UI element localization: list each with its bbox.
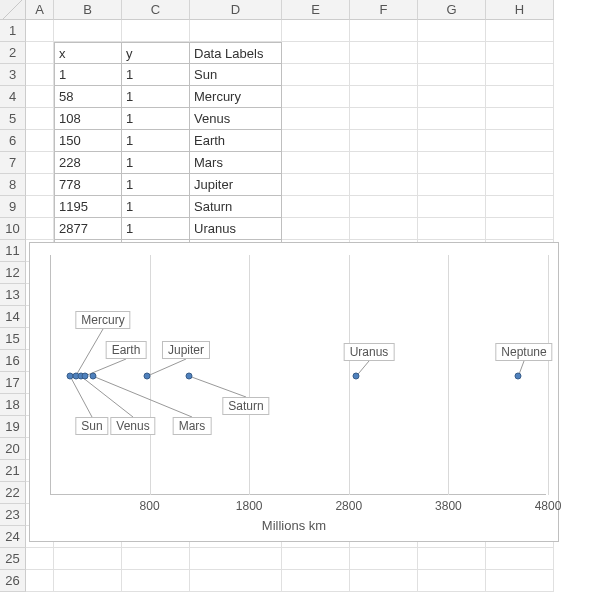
- cell-H5[interactable]: [486, 108, 554, 130]
- row-header-16[interactable]: 16: [0, 350, 26, 372]
- cell-E5[interactable]: [282, 108, 350, 130]
- cell-G4[interactable]: [418, 86, 486, 108]
- row-header-23[interactable]: 23: [0, 504, 26, 526]
- column-header-E[interactable]: E: [282, 0, 350, 20]
- cell-B2[interactable]: x: [54, 42, 122, 64]
- cell-D6[interactable]: Earth: [190, 130, 282, 152]
- column-header-F[interactable]: F: [350, 0, 418, 20]
- cell-F8[interactable]: [350, 174, 418, 196]
- cell-G10[interactable]: [418, 218, 486, 240]
- cell-A9[interactable]: [26, 196, 54, 218]
- cell-D26[interactable]: [190, 570, 282, 592]
- cell-D8[interactable]: Jupiter: [190, 174, 282, 196]
- cell-A8[interactable]: [26, 174, 54, 196]
- column-header-H[interactable]: H: [486, 0, 554, 20]
- cell-F4[interactable]: [350, 86, 418, 108]
- cell-G9[interactable]: [418, 196, 486, 218]
- cell-A6[interactable]: [26, 130, 54, 152]
- cell-C3[interactable]: 1: [122, 64, 190, 86]
- row-header-1[interactable]: 1: [0, 20, 26, 42]
- cell-H10[interactable]: [486, 218, 554, 240]
- cell-D2[interactable]: Data Labels: [190, 42, 282, 64]
- row-header-8[interactable]: 8: [0, 174, 26, 196]
- cell-H4[interactable]: [486, 86, 554, 108]
- cell-E25[interactable]: [282, 548, 350, 570]
- cell-B3[interactable]: 1: [54, 64, 122, 86]
- row-header-12[interactable]: 12: [0, 262, 26, 284]
- data-point[interactable]: [144, 373, 151, 380]
- cell-F1[interactable]: [350, 20, 418, 42]
- row-header-10[interactable]: 10: [0, 218, 26, 240]
- cell-E3[interactable]: [282, 64, 350, 86]
- data-label[interactable]: Mars: [173, 417, 212, 435]
- cell-E6[interactable]: [282, 130, 350, 152]
- cell-H26[interactable]: [486, 570, 554, 592]
- data-point[interactable]: [515, 373, 522, 380]
- row-header-21[interactable]: 21: [0, 460, 26, 482]
- column-header-B[interactable]: B: [54, 0, 122, 20]
- row-header-14[interactable]: 14: [0, 306, 26, 328]
- data-label[interactable]: Earth: [106, 341, 147, 359]
- cell-C7[interactable]: 1: [122, 152, 190, 174]
- cell-B26[interactable]: [54, 570, 122, 592]
- cell-H2[interactable]: [486, 42, 554, 64]
- cell-A10[interactable]: [26, 218, 54, 240]
- cell-G3[interactable]: [418, 64, 486, 86]
- column-header-G[interactable]: G: [418, 0, 486, 20]
- cell-B25[interactable]: [54, 548, 122, 570]
- cell-D1[interactable]: [190, 20, 282, 42]
- cell-D9[interactable]: Saturn: [190, 196, 282, 218]
- cell-A4[interactable]: [26, 86, 54, 108]
- cell-E4[interactable]: [282, 86, 350, 108]
- select-all-corner[interactable]: [0, 0, 26, 20]
- row-header-26[interactable]: 26: [0, 570, 26, 592]
- cell-A7[interactable]: [26, 152, 54, 174]
- cell-A1[interactable]: [26, 20, 54, 42]
- data-point[interactable]: [353, 373, 360, 380]
- data-label[interactable]: Uranus: [344, 343, 395, 361]
- data-label[interactable]: Venus: [110, 417, 155, 435]
- cell-E2[interactable]: [282, 42, 350, 64]
- row-header-4[interactable]: 4: [0, 86, 26, 108]
- cell-D3[interactable]: Sun: [190, 64, 282, 86]
- cell-H25[interactable]: [486, 548, 554, 570]
- row-header-15[interactable]: 15: [0, 328, 26, 350]
- cell-B7[interactable]: 228: [54, 152, 122, 174]
- row-header-7[interactable]: 7: [0, 152, 26, 174]
- data-label[interactable]: Saturn: [222, 397, 269, 415]
- cell-D4[interactable]: Mercury: [190, 86, 282, 108]
- cell-F26[interactable]: [350, 570, 418, 592]
- cell-C1[interactable]: [122, 20, 190, 42]
- cell-C5[interactable]: 1: [122, 108, 190, 130]
- cell-B1[interactable]: [54, 20, 122, 42]
- row-header-17[interactable]: 17: [0, 372, 26, 394]
- cell-F9[interactable]: [350, 196, 418, 218]
- row-header-20[interactable]: 20: [0, 438, 26, 460]
- column-header-C[interactable]: C: [122, 0, 190, 20]
- cell-F3[interactable]: [350, 64, 418, 86]
- cell-B10[interactable]: 2877: [54, 218, 122, 240]
- cell-C26[interactable]: [122, 570, 190, 592]
- row-header-11[interactable]: 11: [0, 240, 26, 262]
- cell-F10[interactable]: [350, 218, 418, 240]
- cell-H7[interactable]: [486, 152, 554, 174]
- cell-C25[interactable]: [122, 548, 190, 570]
- row-header-2[interactable]: 2: [0, 42, 26, 64]
- data-label[interactable]: Neptune: [495, 343, 552, 361]
- cell-E7[interactable]: [282, 152, 350, 174]
- row-header-25[interactable]: 25: [0, 548, 26, 570]
- cell-A3[interactable]: [26, 64, 54, 86]
- data-point[interactable]: [89, 373, 96, 380]
- chart[interactable]: 8001800280038004800SunMercuryVenusEarthM…: [29, 242, 559, 542]
- cell-A26[interactable]: [26, 570, 54, 592]
- cell-B9[interactable]: 1195: [54, 196, 122, 218]
- row-header-22[interactable]: 22: [0, 482, 26, 504]
- column-header-A[interactable]: A: [26, 0, 54, 20]
- cell-H1[interactable]: [486, 20, 554, 42]
- cell-B4[interactable]: 58: [54, 86, 122, 108]
- cell-G6[interactable]: [418, 130, 486, 152]
- cell-C2[interactable]: y: [122, 42, 190, 64]
- cell-E10[interactable]: [282, 218, 350, 240]
- data-point[interactable]: [81, 373, 88, 380]
- cell-H9[interactable]: [486, 196, 554, 218]
